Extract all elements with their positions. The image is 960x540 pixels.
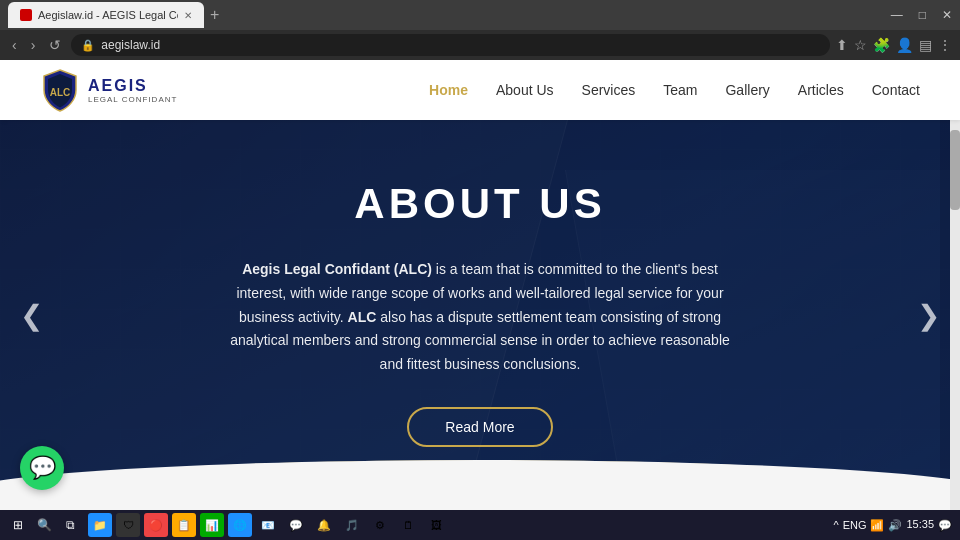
taskbar-app-4[interactable]: 🌐 [228, 513, 252, 537]
close-icon[interactable]: ✕ [942, 8, 952, 22]
clock-time: 15:35 [906, 518, 934, 531]
logo-text: AEGIS LEGAL CONFIDANT [88, 77, 177, 104]
taskbar-start: ⊞ 🔍 ⧉ [8, 515, 80, 535]
nav-gallery[interactable]: Gallery [725, 82, 769, 98]
logo-sub: LEGAL CONFIDANT [88, 95, 177, 104]
address-bar: ‹ › ↺ 🔒 aegislaw.id ⬆ ☆ 🧩 👤 ▤ ⋮ [0, 30, 960, 60]
tray-volume[interactable]: 🔊 [888, 519, 902, 532]
whatsapp-icon: 💬 [29, 455, 56, 481]
task-view-button[interactable]: ⧉ [60, 515, 80, 535]
taskbar-app-6[interactable]: 💬 [284, 513, 308, 537]
logo-title: AEGIS [88, 77, 177, 95]
tab-title: Aegislaw.id - AEGIS Legal Confid... [38, 9, 178, 21]
tray-network[interactable]: 📶 [870, 519, 884, 532]
taskbar-clock[interactable]: 15:35 [906, 518, 934, 531]
browser-chrome: Aegislaw.id - AEGIS Legal Confid... ✕ + … [0, 0, 960, 60]
tab-close-icon[interactable]: ✕ [184, 10, 192, 21]
sidebar-icon[interactable]: ▤ [919, 37, 932, 53]
taskbar-apps: 📁 🛡 🔴 📋 📊 🌐 📧 💬 🔔 🎵 ⚙ 🗒 🖼 [88, 513, 448, 537]
website: ALC AEGIS LEGAL CONFIDANT Home About Us … [0, 60, 960, 510]
profile-icon[interactable]: 👤 [896, 37, 913, 53]
hero-curve [0, 450, 960, 510]
next-arrow[interactable]: ❯ [907, 289, 950, 342]
nav-home[interactable]: Home [429, 82, 468, 98]
taskbar: ⊞ 🔍 ⧉ 📁 🛡 🔴 📋 📊 🌐 📧 💬 🔔 🎵 ⚙ 🗒 🖼 ^ ENG 📶 … [0, 510, 960, 540]
taskbar-tray: ^ ENG 📶 🔊 15:35 💬 [833, 518, 952, 531]
hero-bold2: ALC [348, 309, 377, 325]
minimize-icon[interactable]: — [891, 8, 903, 22]
nav-services[interactable]: Services [582, 82, 636, 98]
logo[interactable]: ALC AEGIS LEGAL CONFIDANT [40, 68, 177, 112]
taskbar-app-11[interactable]: 🖼 [424, 513, 448, 537]
taskbar-app-8[interactable]: 🎵 [340, 513, 364, 537]
taskbar-app-5[interactable]: 📧 [256, 513, 280, 537]
tab-favicon [20, 9, 32, 21]
new-tab-button[interactable]: + [204, 6, 225, 24]
logo-shield-icon: ALC [40, 68, 80, 112]
bookmark-icon[interactable]: ☆ [854, 37, 867, 53]
share-icon[interactable]: ⬆ [836, 37, 848, 53]
taskbar-app-7[interactable]: 🔔 [312, 513, 336, 537]
navbar: ALC AEGIS LEGAL CONFIDANT Home About Us … [0, 60, 960, 120]
hero-description: Aegis Legal Confidant (ALC) is a team th… [220, 258, 740, 377]
nav-team[interactable]: Team [663, 82, 697, 98]
hero-content: ABOUT US Aegis Legal Confidant (ALC) is … [0, 120, 960, 447]
tray-notification[interactable]: 💬 [938, 519, 952, 532]
maximize-icon[interactable]: □ [919, 8, 926, 22]
svg-text:ALC: ALC [50, 87, 71, 98]
hero-section: ❮ ABOUT US Aegis Legal Confidant (ALC) i… [0, 120, 960, 510]
back-button[interactable]: ‹ [8, 35, 21, 55]
taskbar-app-1[interactable]: 🔴 [144, 513, 168, 537]
taskbar-app-security[interactable]: 🛡 [116, 513, 140, 537]
taskbar-app-3[interactable]: 📊 [200, 513, 224, 537]
lock-icon: 🔒 [81, 39, 95, 52]
taskbar-app-10[interactable]: 🗒 [396, 513, 420, 537]
taskbar-app-2[interactable]: 📋 [172, 513, 196, 537]
toolbar-icons: ⬆ ☆ 🧩 👤 ▤ ⋮ [836, 37, 952, 53]
windows-start-button[interactable]: ⊞ [8, 515, 28, 535]
hero-bold1: Aegis Legal Confidant (ALC) [242, 261, 432, 277]
forward-button[interactable]: › [27, 35, 40, 55]
nav-contact[interactable]: Contact [872, 82, 920, 98]
nav-articles[interactable]: Articles [798, 82, 844, 98]
url-bar[interactable]: 🔒 aegislaw.id [71, 34, 830, 56]
taskbar-app-explorer[interactable]: 📁 [88, 513, 112, 537]
reload-button[interactable]: ↺ [45, 35, 65, 55]
taskbar-app-9[interactable]: ⚙ [368, 513, 392, 537]
tab-bar: Aegislaw.id - AEGIS Legal Confid... ✕ + … [0, 0, 960, 30]
read-more-button[interactable]: Read More [407, 407, 552, 447]
window-controls: — □ ✕ [891, 8, 952, 22]
menu-icon[interactable]: ⋮ [938, 37, 952, 53]
nav-about[interactable]: About Us [496, 82, 554, 98]
tray-lang[interactable]: ENG [843, 519, 867, 531]
extensions-icon[interactable]: 🧩 [873, 37, 890, 53]
search-taskbar-button[interactable]: 🔍 [34, 515, 54, 535]
nav-links: Home About Us Services Team Gallery Arti… [429, 81, 920, 99]
url-text: aegislaw.id [101, 38, 160, 52]
whatsapp-button[interactable]: 💬 [20, 446, 64, 490]
prev-arrow[interactable]: ❮ [10, 289, 53, 342]
hero-title: ABOUT US [0, 180, 960, 228]
active-tab[interactable]: Aegislaw.id - AEGIS Legal Confid... ✕ [8, 2, 204, 28]
tray-expand[interactable]: ^ [833, 519, 838, 531]
